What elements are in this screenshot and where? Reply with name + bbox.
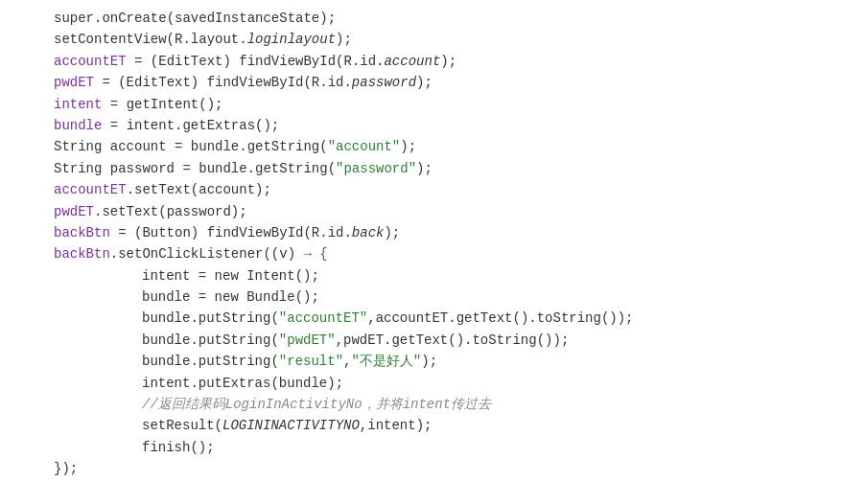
code-token: bundle (54, 115, 102, 136)
code-token: pwdET (54, 72, 94, 93)
code-line: bundle.putString("pwdET",pwdET.getText()… (0, 330, 842, 351)
code-token: password (352, 72, 416, 93)
code-line: finish(); (0, 437, 842, 458)
code-token: .setOnClickListener((v) (110, 243, 304, 264)
code-line: intent.putExtras(bundle); (0, 373, 842, 394)
code-token: //返回结果码LoginInActivityNo，并将intent传过去 (142, 394, 491, 415)
code-line: }); (0, 458, 842, 479)
code-token: ); (400, 136, 416, 157)
code-line: pwdET.setText(password); (0, 201, 842, 222)
code-token: "password" (336, 158, 416, 179)
code-token: ,intent); (360, 415, 433, 436)
code-container: super.onCreate(savedInstanceState);setCo… (0, 0, 842, 504)
code-line: super.onCreate(savedInstanceState); (0, 8, 842, 29)
code-token: .onCreate(savedInstanceState); (94, 8, 336, 29)
code-token: loginlayout (247, 29, 336, 50)
code-line: pwdET = (EditText) findViewById(R.id.pas… (0, 72, 842, 93)
code-token: "account" (328, 136, 401, 157)
code-token: backBtn (54, 243, 110, 264)
code-token: setResult( (142, 415, 222, 436)
code-token: accountET (54, 51, 127, 72)
code-line: bundle = intent.getExtras(); (0, 115, 842, 136)
code-token: ); (421, 351, 437, 372)
code-token: intent.putExtras(bundle); (142, 373, 343, 394)
code-line: setContentView(R.layout.loginlayout); (0, 29, 842, 50)
code-token: ,accountET.getText().toString()); (367, 308, 633, 329)
code-token: }); (54, 458, 78, 479)
code-line: accountET.setText(account); (0, 179, 842, 200)
code-line: intent = new Intent(); (0, 265, 842, 286)
code-token: account (384, 51, 440, 72)
code-token: "accountET" (279, 308, 367, 329)
code-token: , (343, 351, 351, 372)
code-token: ,pwdET.getText().toString()); (336, 330, 570, 351)
code-token: bundle.putString( (142, 330, 279, 351)
code-line: accountET = (EditText) findViewById(R.id… (0, 51, 842, 72)
code-token: accountET (54, 179, 127, 200)
code-token: back (352, 222, 385, 243)
code-token: bundle.putString( (142, 308, 279, 329)
code-line: intent = getIntent(); (0, 94, 842, 115)
code-line: backBtn.setOnClickListener((v) → { (0, 243, 842, 264)
code-token: = getIntent(); (102, 94, 222, 115)
code-token: bundle = new Bundle(); (142, 286, 319, 308)
code-token: String account = bundle.getString( (54, 136, 328, 157)
code-token: ); (440, 51, 456, 72)
code-line: setResult(LOGININACTIVITYNO,intent); (0, 415, 842, 436)
code-line: //返回结果码LoginInActivityNo，并将intent传过去 (0, 394, 842, 415)
code-token: ); (416, 158, 433, 179)
code-token: "不是好人" (351, 351, 421, 372)
code-token: setContentView(R.layout. (54, 29, 247, 50)
code-line: bundle = new Bundle(); (0, 286, 842, 308)
code-line: bundle.putString("result","不是好人"); (0, 351, 842, 372)
code-token: = (Button) findViewById(R.id. (110, 222, 352, 243)
code-line: String password = bundle.getString("pass… (0, 158, 842, 179)
code-token: = (EditText) findViewById(R.id. (94, 72, 352, 93)
code-token: "result" (279, 351, 343, 372)
code-token: → { (303, 243, 327, 264)
code-token: .setText(account); (127, 179, 271, 200)
code-token: LOGININACTIVITYNO (222, 415, 360, 436)
code-line: String account = bundle.getString("accou… (0, 136, 842, 157)
code-token: ); (336, 29, 352, 50)
code-token: .setText(password); (94, 201, 247, 222)
code-token: ); (384, 222, 400, 243)
code-token: = (EditText) findViewById(R.id. (127, 51, 385, 72)
code-token: pwdET (54, 201, 94, 222)
code-token: finish(); (142, 437, 215, 458)
code-token: String password = bundle.getString( (54, 158, 336, 179)
code-token: ); (416, 72, 433, 93)
code-token: "pwdET" (279, 330, 336, 351)
code-token: super (54, 8, 94, 29)
code-token: backBtn (54, 222, 110, 243)
code-token: intent (54, 94, 102, 115)
code-line: backBtn = (Button) findViewById(R.id.bac… (0, 222, 842, 243)
code-token: intent = new Intent(); (142, 265, 319, 286)
code-token: bundle.putString( (142, 351, 279, 372)
code-token: = intent.getExtras(); (102, 115, 279, 136)
code-line: bundle.putString("accountET",accountET.g… (0, 308, 842, 329)
